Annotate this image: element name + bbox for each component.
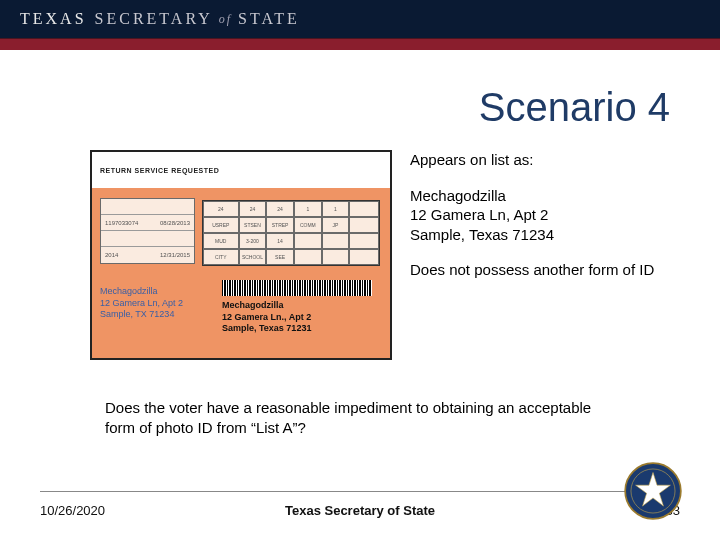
left-date: 08/28/2013 — [160, 220, 190, 226]
grid-cell: COMM — [294, 217, 322, 233]
header-word-secretary: SECRETARY — [95, 10, 213, 28]
left-date: 12/31/2015 — [160, 252, 190, 258]
header-word-state: STATE — [238, 10, 300, 28]
addr-line: Mechagodzilla — [100, 286, 183, 298]
voter-addr2: Sample, Texas 71234 — [410, 225, 680, 245]
card-left-block: 1197033074 08/28/2013 2014 12/31/2015 — [100, 198, 195, 264]
footer-divider — [40, 491, 680, 492]
footer: 10/26/2020 Texas Secretary of State 83 — [40, 503, 680, 518]
content-row: RETURN SERVICE REQUESTED 1197033074 08/2… — [90, 150, 680, 360]
grid-cell: 1 — [294, 201, 322, 217]
grid-cell: MUD — [203, 233, 239, 249]
grid-cell: 14 — [266, 233, 294, 249]
voter-list-entry: Mechagodzilla 12 Gamera Ln, Apt 2 Sample… — [410, 186, 680, 245]
grid-cell: 1 — [322, 201, 350, 217]
scenario-question: Does the voter have a reasonable impedim… — [105, 398, 610, 437]
left-row: 1197033074 08/28/2013 — [101, 215, 194, 231]
header-red-stripe — [0, 38, 720, 50]
addr-line: Sample, Texas 71231 — [222, 323, 311, 335]
left-cell: 1197033074 — [105, 220, 138, 226]
grid-cell: SCHOOL — [239, 249, 267, 265]
grid-cell: 24 — [239, 201, 267, 217]
grid-cell: USREP — [203, 217, 239, 233]
id-note: Does not possess another form of ID — [410, 260, 680, 280]
return-service-line: RETURN SERVICE REQUESTED — [92, 152, 390, 188]
card-address-black: Mechagodzilla 12 Gamera Ln., Apt 2 Sampl… — [222, 300, 311, 335]
grid-cell — [349, 233, 379, 249]
addr-line: 12 Gamera Ln., Apt 2 — [222, 312, 311, 324]
grid-cell: 3-200 — [239, 233, 267, 249]
left-row: 2014 12/31/2015 — [101, 247, 194, 263]
left-cell: 2014 — [105, 252, 118, 258]
card-orange-area: 1197033074 08/28/2013 2014 12/31/2015 24… — [92, 188, 390, 358]
addr-line: Mechagodzilla — [222, 300, 311, 312]
scenario-info-text: Appears on list as: Mechagodzilla 12 Gam… — [410, 150, 680, 360]
grid-cell — [349, 217, 379, 233]
voter-name: Mechagodzilla — [410, 186, 680, 206]
header-word-texas: TEXAS — [20, 10, 87, 28]
state-seal-icon — [624, 462, 682, 520]
grid-cell: STREP — [266, 217, 294, 233]
addr-line: 12 Gamera Ln, Apt 2 — [100, 298, 183, 310]
barcode-icon — [222, 280, 372, 296]
voter-addr1: 12 Gamera Ln, Apt 2 — [410, 205, 680, 225]
appears-on-list-label: Appears on list as: — [410, 150, 680, 170]
grid-cell: JP — [322, 217, 350, 233]
left-row — [101, 199, 194, 215]
grid-cell — [294, 249, 322, 265]
grid-cell — [322, 249, 350, 265]
card-precinct-grid: 24 24 24 1 1 USREP STSEN STREP COMM JP M… — [202, 200, 380, 266]
header-bar: TEXAS SECRETARY of STATE — [0, 0, 720, 38]
addr-line: Sample, TX 71234 — [100, 309, 183, 321]
card-address-blue: Mechagodzilla 12 Gamera Ln, Apt 2 Sample… — [100, 286, 183, 321]
left-row — [101, 231, 194, 247]
grid-cell: 24 — [266, 201, 294, 217]
grid-cell: 24 — [203, 201, 239, 217]
grid-cell — [349, 201, 379, 217]
header-word-of: of — [219, 12, 232, 27]
grid-cell: CITY — [203, 249, 239, 265]
footer-center: Texas Secretary of State — [40, 503, 680, 518]
grid-cell: STSEN — [239, 217, 267, 233]
slide-title: Scenario 4 — [479, 85, 670, 130]
voter-registration-card: RETURN SERVICE REQUESTED 1197033074 08/2… — [90, 150, 392, 360]
grid-cell: SEE — [266, 249, 294, 265]
grid-cell — [294, 233, 322, 249]
grid-cell — [322, 233, 350, 249]
grid-cell — [349, 249, 379, 265]
